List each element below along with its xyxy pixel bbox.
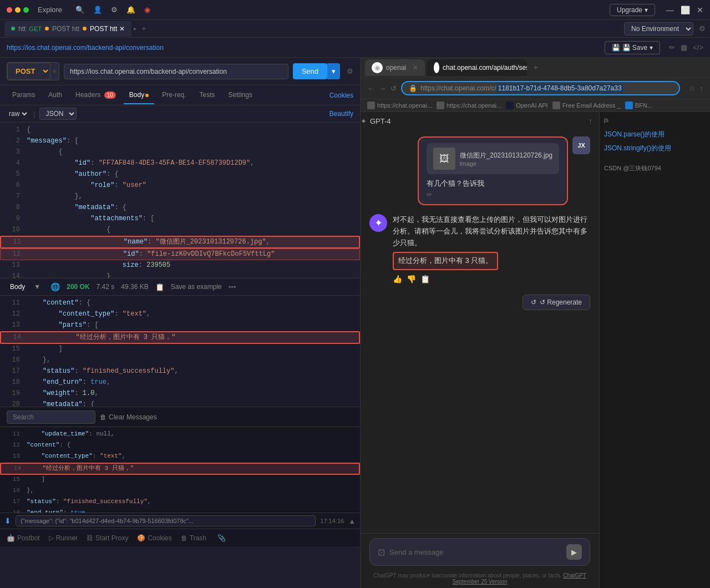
sidebar-link-2[interactable]: JSON.stringify()的使用 [604,141,706,155]
address-bar-container[interactable]: 🔒 https://chat.openai.com/c/ 1181b17-b71… [401,81,680,95]
chat-messages: 🖼 微信图片_20231013120726.jpg Image 有几个猫？告诉我… [361,128,599,533]
resp-tab-more[interactable]: ▼ [31,282,44,292]
resp-tab-body[interactable]: Body [7,282,28,292]
share-chat-icon[interactable]: ↑ [589,116,599,125]
format-select[interactable]: JSON [39,108,77,120]
panel-settings-icon[interactable]: ⚙ [347,67,353,75]
environment-select[interactable]: No Environment [624,22,693,36]
more-icon[interactable]: ••• [229,283,236,291]
new-browser-tab-button[interactable]: + [529,61,542,74]
restore-icon[interactable]: ⬜ [681,6,690,14]
start-proxy-item[interactable]: ⛓ Start Proxy [87,534,128,542]
browser-tab-openai[interactable]: ◉ openai ✕ [365,59,425,76]
save-example-button[interactable]: Save as example [171,283,222,291]
send-chat-button[interactable]: ▶ [566,544,582,560]
beautify-button[interactable]: Beautify [329,110,353,118]
bell-icon[interactable]: 🔔 [126,6,135,14]
method-select[interactable]: POST [7,63,50,80]
download-icon[interactable]: ⬇ [4,516,11,525]
send-dropdown-button[interactable]: ▾ [327,63,340,79]
console-area: 🗑 Clear Messages 11 "update_time": null,… [0,407,360,529]
sidebar-link-1[interactable]: JSON.parse()的使用 [604,128,706,141]
layout-icon[interactable]: ▦ [681,43,687,52]
console-search-input[interactable] [7,410,95,424]
trash-item[interactable]: 🗑 Trash [181,534,206,542]
code-editor[interactable]: 1 { 2 "messages": [ 3 { 4 "id": "FF7AF84… [0,123,360,278]
url-save-bar: https://ios.chat.openai.com/backend-api/… [0,38,710,58]
minimize-dot[interactable] [15,7,21,13]
upgrade-button[interactable]: Upgrade ▾ [610,4,655,16]
bottom-bar: 🤖 Postbot ▷ Runner ⛓ Start Proxy 🍪 Cooki… [0,529,360,546]
bookmark-openai-api[interactable]: OpenAI API [506,102,547,109]
gpt4-badge: GPT-4 [370,117,391,125]
close-dot[interactable] [7,7,12,13]
minimize-icon[interactable]: — [666,6,674,14]
url-input[interactable] [64,64,288,79]
bookmark-free-email[interactable]: Free Email Address _ [552,102,621,109]
bookmark-icon[interactable]: ☆ [689,84,696,93]
thumbs-down-button[interactable]: 👎 [407,275,416,283]
tab-auth[interactable]: Auth [43,87,68,104]
ai-message: ✦ 对不起，我无法直接查看您上传的图片，但我可以对图片进行分析。请稍等一会儿，我… [369,214,590,283]
cookies-item[interactable]: 🍪 Cookies [137,534,171,542]
tab-body[interactable]: Body [124,87,154,104]
console-toolbar: 🗑 Clear Messages [0,407,360,427]
postbot-item[interactable]: 🤖 Postbot [7,534,40,542]
resp-line-16: 16 }, [0,355,360,366]
message-time: 17:14:16 [320,518,344,524]
bookmark-2[interactable]: https://chat.openai... [437,102,501,109]
back-icon[interactable]: ← [367,84,374,93]
forward-icon[interactable]: → [379,84,386,93]
cookies-link[interactable]: Cookies [329,92,353,99]
browser-tabs: ◉ openai ✕ ◉ chat.openai.com/api/auth/se… [361,58,710,78]
sidebar-brand: CSDN @三块钱0794 [604,155,706,173]
add-tab-icon[interactable]: + [139,23,150,34]
sidebar-title: js [604,116,706,123]
code-icon[interactable]: </> [693,43,703,52]
response-size: 49.36 KB [121,283,148,291]
file-info: 微信图片_20231013120726.jpg Image [460,151,552,167]
pencil-icon[interactable]: ✏ [669,43,675,52]
send-button[interactable]: Send [293,63,327,79]
expand-button[interactable]: ▲ [348,517,356,525]
search-icon[interactable]: 🔍 [75,6,84,14]
maximize-dot[interactable] [23,7,29,13]
save-button[interactable]: 💾 💾 Save ▾ [605,41,661,54]
bookmark-bfn[interactable]: BFN... [625,102,652,109]
code-line-12: 12 "id": "file-izK0vDDIvQ7BFkcDoF5VfttLg… [0,249,360,260]
runner-item[interactable]: ▷ Runner [49,534,78,542]
reload-icon[interactable]: ↺ [390,84,397,93]
openai-favicon: ◉ [372,62,383,73]
tab-tests[interactable]: Tests [194,87,221,104]
attach-button[interactable]: ⊡ [378,547,385,557]
tab-1[interactable]: htt GET POST htt POST htt ✕ [4,21,131,37]
body-type-select[interactable]: raw [7,109,29,118]
settings-icon-2[interactable]: ⚙ [699,24,706,33]
bookmark-1[interactable]: https://chat.openai... [367,102,432,109]
share-icon[interactable]: ↑ [700,84,704,93]
message-preview: {"message": {"id": "b014d427-d4ed-4b74-9… [16,515,316,526]
tab-params[interactable]: Params [7,87,40,104]
user-icon[interactable]: 👤 [93,6,102,14]
bottom-more-icon: 📎 [217,534,226,542]
response-editor[interactable]: 11 "content": { 12 "content_type": "text… [0,296,360,407]
tab-prereq[interactable]: Pre-req. [156,87,191,104]
browser-tab-chat[interactable]: ◉ chat.openai.com/api/auth/sessio... ✕ [427,59,527,76]
thumbs-up-button[interactable]: 👍 [393,275,402,283]
lock-icon: 🔒 [409,84,417,92]
browser-chrome: ◉ openai ✕ ◉ chat.openai.com/api/auth/se… [361,58,710,112]
regenerate-button[interactable]: ↺ ↺ Regenerate [523,295,590,310]
tab-headers[interactable]: Headers 10 [70,87,121,104]
clear-messages-button[interactable]: 🗑 Clear Messages [100,413,157,421]
copy-response-button[interactable]: 📋 [420,275,430,283]
console-line-14: 14 "经过分析，图片中有 3 只猫，" [0,463,360,475]
settings-icon[interactable]: ⚙ [111,6,118,14]
browser-tab-close-1[interactable]: ✕ [413,64,418,72]
ai-message-content: 对不起，我无法直接查看您上传的图片，但我可以对图片进行分析。请稍等一会儿，我将尝… [393,214,590,283]
tab-settings[interactable]: Settings [223,87,258,104]
console-content[interactable]: 11 "update_time": null, 12 "content": { … [0,427,360,513]
tab-more-icon[interactable]: ▸ [134,26,136,32]
chat-input[interactable] [389,548,562,556]
close-icon[interactable]: ✕ [697,6,703,14]
edit-icon[interactable]: ✏ [427,191,559,199]
